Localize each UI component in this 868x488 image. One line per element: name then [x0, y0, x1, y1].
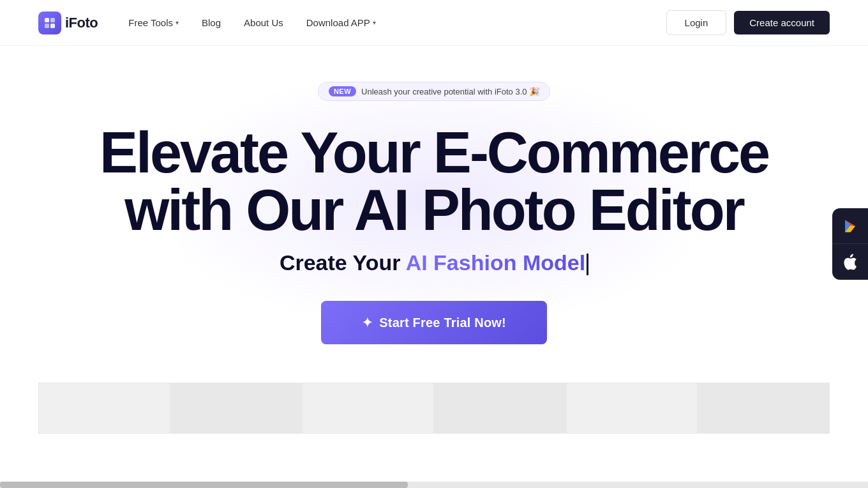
navigation: iFoto Free Tools ▾ Blog About Us Downloa…: [0, 0, 868, 46]
svg-rect-3: [50, 24, 55, 28]
logo-text: iFoto: [65, 15, 98, 31]
google-play-badge[interactable]: [832, 208, 868, 244]
new-badge: NEW Unleash your creative potential with…: [318, 82, 550, 101]
strip-item-2: [170, 383, 303, 434]
sparkle-icon: ✦: [362, 315, 373, 330]
subheading-highlight: AI Fashion Model: [406, 250, 585, 275]
login-button[interactable]: Login: [666, 10, 727, 35]
nav-item-about-us[interactable]: About Us: [244, 17, 283, 28]
image-strip: [38, 383, 830, 434]
nav-item-download-app[interactable]: Download APP ▾: [306, 17, 376, 28]
subheading-prefix: Create Your: [280, 250, 406, 275]
app-badges-panel: [832, 208, 868, 280]
strip-item-6: [698, 383, 830, 434]
headline-line2: with Our AI Photo Editor: [124, 178, 744, 242]
hero-section: NEW Unleash your creative potential with…: [0, 46, 868, 442]
apple-store-badge[interactable]: [832, 244, 868, 280]
badge-description: Unleash your creative potential with iFo…: [361, 87, 539, 96]
badge-new-label: NEW: [329, 86, 356, 96]
nav-actions: Login Create account: [666, 10, 830, 35]
svg-rect-0: [45, 18, 49, 22]
strip-item-3: [302, 383, 434, 434]
text-cursor: [587, 254, 588, 275]
svg-rect-1: [50, 18, 55, 22]
hero-headline: Elevate Your E-Commerce with Our AI Phot…: [100, 124, 768, 239]
start-trial-button[interactable]: ✦ Start Free Trial Now!: [321, 301, 547, 344]
hero-subheading: Create Your AI Fashion Model: [280, 250, 588, 275]
svg-rect-2: [45, 24, 49, 28]
nav-links: Free Tools ▾ Blog About Us Download APP …: [128, 17, 666, 28]
chevron-down-icon: ▾: [373, 19, 376, 26]
create-account-button[interactable]: Create account: [734, 11, 830, 34]
trial-button-label: Start Free Trial Now!: [379, 316, 506, 330]
logo-icon: [38, 11, 61, 34]
headline-line1: Elevate Your E-Commerce: [100, 121, 768, 185]
strip-item-5: [566, 383, 698, 434]
strip-item-1: [38, 383, 170, 434]
scrollbar-thumb[interactable]: [0, 482, 408, 488]
strip-item-4: [434, 383, 566, 434]
nav-item-blog[interactable]: Blog: [202, 17, 221, 28]
nav-item-free-tools[interactable]: Free Tools ▾: [128, 17, 179, 28]
scrollbar-track[interactable]: [0, 482, 868, 488]
logo[interactable]: iFoto: [38, 11, 98, 34]
chevron-down-icon: ▾: [176, 19, 179, 26]
